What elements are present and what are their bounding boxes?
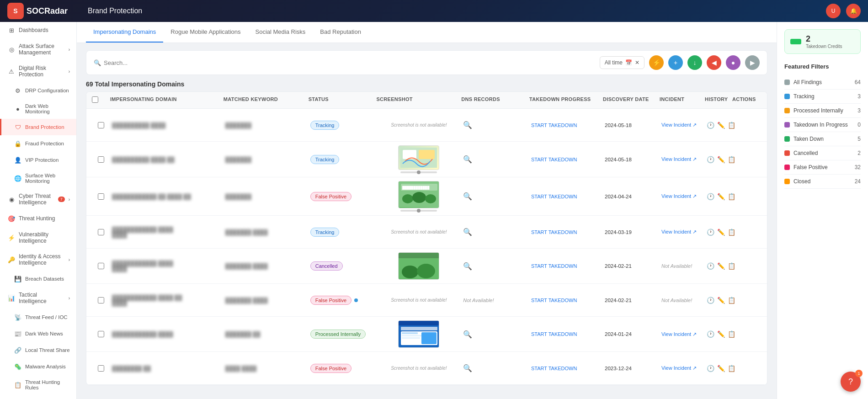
copy-icon[interactable]: 📋	[728, 122, 735, 129]
sidebar-item-vip-protection[interactable]: 👤 VIP Protection	[0, 152, 76, 168]
tab-bad-reputation[interactable]: Bad Reputation	[313, 22, 368, 43]
row-select[interactable]	[98, 229, 104, 235]
logo[interactable]: S SOCRadar	[7, 3, 80, 19]
filter-item-processed[interactable]: Processed Internally 3	[784, 104, 861, 118]
filter-item-tracking[interactable]: Tracking 3	[784, 90, 861, 104]
sidebar-item-local-threat[interactable]: 🔗 Local Threat Share	[0, 342, 76, 358]
tab-impersonating-domains[interactable]: Impersonating Domains	[86, 22, 163, 43]
edit-icon[interactable]: ✏️	[717, 229, 725, 236]
edit-icon[interactable]: ✏️	[717, 122, 725, 129]
sidebar-item-fraud-protection[interactable]: 🔒 Fraud Protection	[0, 135, 76, 152]
sidebar-item-attack-surface[interactable]: ◎ Attack Surface Management ›	[0, 38, 76, 60]
view-incident-link[interactable]: View Incident ↗	[661, 193, 703, 199]
sidebar-item-threat-rules[interactable]: 📋 Threat Hunting Rules	[0, 375, 76, 395]
filter-btn-red[interactable]: ◀	[707, 55, 721, 70]
search-input[interactable]	[104, 59, 595, 66]
dns-cell[interactable]: 🔍	[461, 120, 529, 130]
dns-search-icon[interactable]: 🔍	[463, 364, 472, 372]
copy-icon[interactable]: 📋	[728, 297, 735, 304]
tab-social-media[interactable]: Social Media Risks	[248, 22, 313, 43]
sidebar-item-dark-web-news[interactable]: 📰 Dark Web News	[0, 325, 76, 342]
history-icon[interactable]: 🕐	[707, 330, 714, 338]
sidebar-item-dashboards[interactable]: ⊞ Dashboards	[0, 22, 76, 38]
filter-item-all[interactable]: All Findings 64	[784, 75, 861, 90]
dns-search-icon[interactable]: 🔍	[463, 262, 472, 270]
filter-item-false-positive[interactable]: False Positive 32	[784, 160, 861, 175]
copy-icon[interactable]: 📋	[728, 156, 735, 163]
sidebar-item-drp-config[interactable]: ⚙ DRP Configuration	[0, 82, 76, 99]
history-icon[interactable]: 🕐	[707, 297, 714, 304]
user-avatar[interactable]: U	[826, 4, 841, 18]
sidebar-item-breach[interactable]: 💾 Breach Datasets	[0, 271, 76, 287]
date-filter[interactable]: All time 📅 ✕	[600, 56, 644, 69]
sidebar-item-brand-protection[interactable]: 🛡 Brand Protection	[0, 119, 76, 135]
dns-search-icon[interactable]: 🔍	[463, 192, 472, 200]
row-select[interactable]	[98, 122, 104, 128]
sidebar-item-cyber-threat[interactable]: ◉ Cyber Threat Intelligence 7 ›	[0, 188, 76, 210]
edit-icon[interactable]: ✏️	[717, 156, 725, 163]
start-takedown-btn[interactable]: START TAKEDOWN	[531, 157, 577, 162]
sidebar-item-surface-web[interactable]: 🌐 Surface Web Monitoring	[0, 168, 76, 188]
dns-search-icon[interactable]: 🔍	[463, 228, 472, 236]
clear-date-icon[interactable]: ✕	[635, 59, 639, 66]
start-takedown-btn[interactable]: START TAKEDOWN	[531, 298, 577, 303]
history-icon[interactable]: 🕐	[707, 262, 714, 270]
filter-btn-orange[interactable]: ⚡	[649, 55, 664, 70]
edit-icon[interactable]: ✏️	[717, 330, 725, 338]
support-button[interactable]: ? 1	[841, 372, 861, 392]
filter-btn-purple[interactable]: ●	[726, 55, 740, 70]
sidebar-item-dark-web[interactable]: ● Dark Web Monitoring	[0, 99, 76, 119]
filter-btn-blue[interactable]: +	[668, 55, 683, 70]
copy-icon[interactable]: 📋	[728, 330, 735, 338]
dns-search-icon[interactable]: 🔍	[463, 330, 472, 338]
copy-icon[interactable]: 📋	[728, 193, 735, 200]
copy-icon[interactable]: 📋	[728, 365, 735, 372]
sidebar-item-vuln-intelligence[interactable]: ⚡ Vulnerability Intelligence	[0, 227, 76, 249]
view-incident-link[interactable]: View Incident ↗	[661, 122, 703, 128]
filter-btn-green[interactable]: ↓	[687, 55, 702, 70]
filter-btn-gray[interactable]: ▶	[745, 55, 760, 70]
row-select[interactable]	[98, 297, 104, 303]
edit-icon[interactable]: ✏️	[717, 297, 725, 304]
dns-search-icon[interactable]: 🔍	[463, 121, 472, 129]
sidebar-item-tactical[interactable]: 📊 Tactical Intelligence ›	[0, 287, 76, 309]
sidebar-item-threat-feed[interactable]: 📡 Threat Feed / IOC	[0, 309, 76, 325]
row-select[interactable]	[98, 263, 104, 269]
history-icon[interactable]: 🕐	[707, 365, 714, 372]
history-icon[interactable]: 🕐	[707, 122, 714, 129]
start-takedown-btn[interactable]: START TAKEDOWN	[531, 263, 577, 269]
copy-icon[interactable]: 📋	[728, 262, 735, 270]
dns-search-icon[interactable]: 🔍	[463, 155, 472, 163]
view-incident-link[interactable]: View Incident ↗	[661, 365, 703, 371]
filter-item-takedown-progress[interactable]: Takedown In Progress 0	[784, 118, 861, 132]
history-icon[interactable]: 🕐	[707, 229, 714, 236]
start-takedown-btn[interactable]: START TAKEDOWN	[531, 229, 577, 235]
sidebar-item-identity[interactable]: 🔑 Identity & Access Intelligence ›	[0, 249, 76, 271]
select-all-checkbox[interactable]	[92, 96, 98, 103]
start-takedown-btn[interactable]: START TAKEDOWN	[531, 366, 577, 371]
sidebar-item-digital-risk[interactable]: ⚠ Digital Risk Protection ›	[0, 60, 76, 82]
sidebar-item-malware[interactable]: 🦠 Malware Analysis	[0, 358, 76, 375]
copy-icon[interactable]: 📋	[728, 229, 735, 236]
tab-rogue-mobile[interactable]: Rogue Mobile Applications	[163, 22, 248, 43]
view-incident-link[interactable]: View Incident ↗	[661, 331, 703, 337]
edit-icon[interactable]: ✏️	[717, 262, 725, 270]
row-select[interactable]	[98, 331, 104, 337]
view-incident-link[interactable]: View Incident ↗	[661, 229, 703, 235]
filter-item-cancelled[interactable]: Cancelled 2	[784, 146, 861, 160]
view-incident-link[interactable]: View Incident ↗	[661, 156, 703, 162]
row-select[interactable]	[98, 156, 104, 163]
history-icon[interactable]: 🕐	[707, 193, 714, 200]
edit-icon[interactable]: ✏️	[717, 193, 725, 200]
sidebar-item-operational[interactable]: ⚙ Operational Intelligence ›	[0, 395, 76, 399]
row-select[interactable]	[98, 193, 104, 200]
filter-item-taken-down[interactable]: Taken Down 5	[784, 132, 861, 146]
start-takedown-btn[interactable]: START TAKEDOWN	[531, 331, 577, 337]
history-icon[interactable]: 🕐	[707, 156, 714, 163]
start-takedown-btn[interactable]: START TAKEDOWN	[531, 122, 577, 128]
row-select[interactable]	[98, 365, 104, 372]
notifications-icon[interactable]: 🔔	[846, 4, 861, 18]
filter-item-closed[interactable]: Closed 24	[784, 175, 861, 189]
sidebar-item-threat-hunting[interactable]: 🎯 Threat Hunting	[0, 210, 76, 227]
edit-icon[interactable]: ✏️	[717, 365, 725, 372]
